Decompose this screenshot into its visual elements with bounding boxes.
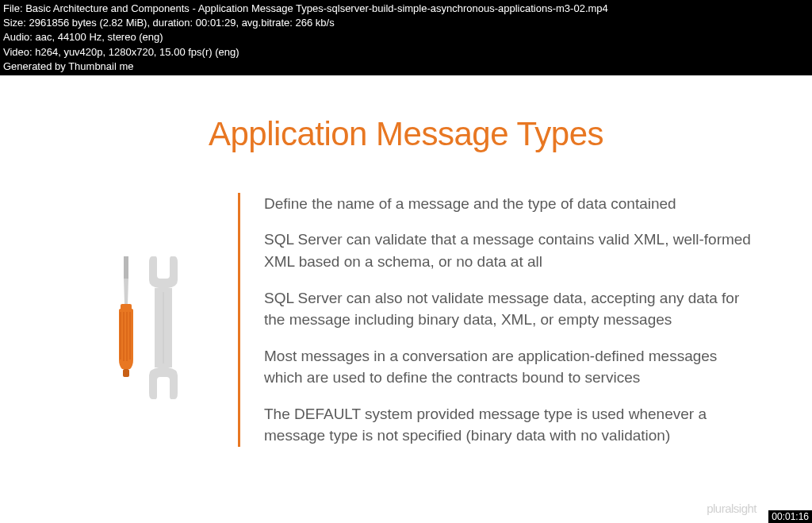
file-line: File: Basic Architecture and Components … (3, 2, 809, 16)
svg-rect-0 (124, 256, 128, 279)
slide-title: Application Message Types (0, 115, 812, 153)
bullet-5: The DEFAULT system provided message type… (264, 403, 756, 447)
tools-icon (103, 248, 198, 407)
bullet-2: SQL Server can validate that a message c… (264, 229, 756, 272)
bullet-3: SQL Server can also not validate message… (264, 287, 756, 331)
video-line: Video: h264, yuv420p, 1280x720, 15.00 fp… (3, 45, 809, 60)
timestamp-overlay: 00:01:16 (768, 510, 812, 523)
icon-column (103, 193, 238, 447)
size-line: Size: 2961856 bytes (2.82 MiB), duration… (3, 16, 809, 30)
generated-line: Generated by Thumbnail me (3, 60, 809, 74)
slide-body: Define the name of a message and the typ… (0, 193, 812, 447)
text-column: Define the name of a message and the typ… (238, 193, 788, 447)
svg-marker-1 (124, 279, 128, 304)
slide: Application Message Types Define the nam… (0, 75, 812, 447)
brand-watermark: pluralsight (707, 502, 756, 515)
svg-rect-3 (123, 369, 129, 377)
bullet-1: Define the name of a message and the typ… (264, 193, 756, 215)
metadata-header: File: Basic Architecture and Components … (0, 0, 812, 75)
bullet-4: Most messages in a conversation are appl… (264, 345, 756, 389)
audio-line: Audio: aac, 44100 Hz, stereo (eng) (3, 30, 809, 44)
